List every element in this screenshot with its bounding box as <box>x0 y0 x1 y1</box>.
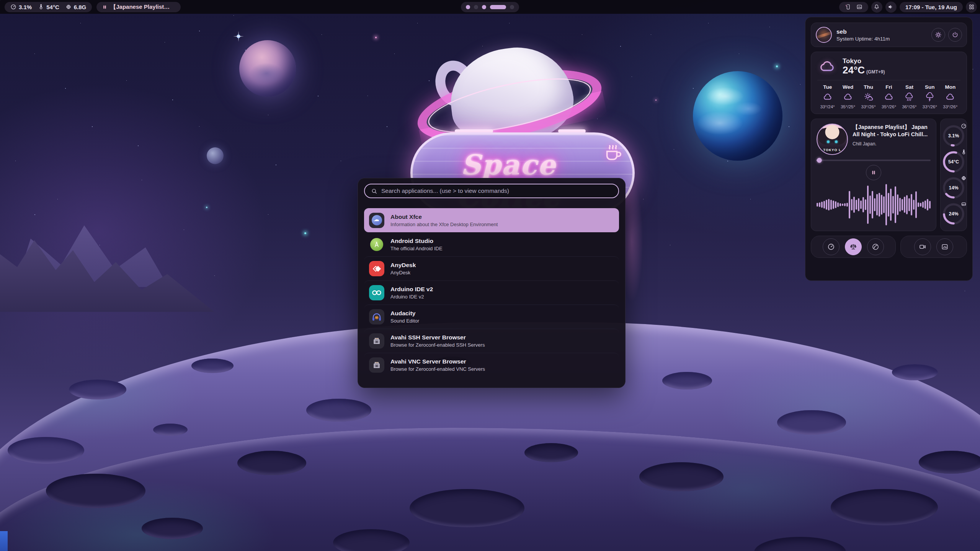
performance-mode-button[interactable] <box>823 238 840 255</box>
waveform-bar <box>904 197 905 213</box>
audacity-logo-icon <box>369 309 384 324</box>
app-description: The official Android IDE <box>390 246 443 251</box>
app-launcher: About Xfce Information about the Xfce De… <box>358 178 626 388</box>
waveform-bar <box>842 204 843 206</box>
app-grid-button[interactable] <box>966 2 977 13</box>
power-saver-mode-button[interactable] <box>867 238 884 255</box>
app-row-android-studio[interactable]: Android Studio The official Android IDE <box>364 232 619 256</box>
workspace-dot[interactable] <box>474 5 478 9</box>
forecast-temps: 35°/25° <box>838 104 858 109</box>
power-profile-selector <box>811 236 896 258</box>
network-port-icon <box>369 333 384 349</box>
volume-button[interactable] <box>885 2 897 13</box>
waveform-bar <box>892 196 894 214</box>
player-progress-knob[interactable] <box>817 158 822 163</box>
app-description: Browse for Zeroconf-enabled SSH Servers <box>390 342 485 348</box>
app-name: Avahi VNC Server Browser <box>390 358 485 365</box>
forecast-temps: 36°/26° <box>899 104 920 109</box>
clock-widget[interactable]: 17:09 - Tue, 19 Aug <box>900 2 963 12</box>
waveform-bar <box>833 201 834 209</box>
forecast-temps: 35°/26° <box>879 104 899 109</box>
wallpaper-icon[interactable] <box>856 4 862 10</box>
workspace-dot[interactable] <box>510 5 514 9</box>
earth-planet <box>693 71 782 161</box>
weather-timezone: (GMT+9) <box>866 69 885 75</box>
forecast-temps: 33°/26° <box>940 104 960 109</box>
quick-tools-widget <box>839 2 868 12</box>
system-stats-widget[interactable]: 3.1% 54°C 6.8G <box>5 2 92 12</box>
small-moon <box>207 147 224 164</box>
workspace-dot[interactable] <box>490 5 506 9</box>
waveform-bar <box>858 198 859 211</box>
capture-tools <box>900 236 967 258</box>
cloudy-icon <box>817 92 838 102</box>
waveform-bar <box>911 194 912 215</box>
waveform-bar <box>883 196 885 213</box>
weather-widget: Tokyo 24°C (GMT+9) Tue Wed Thu Fri Sat S… <box>811 52 967 114</box>
notifications-button[interactable] <box>871 2 882 13</box>
forecast-day: Tue <box>817 84 838 90</box>
waveform-bar <box>867 186 869 224</box>
network-port-icon <box>369 357 384 373</box>
now-playing-widget[interactable]: 【Japanese Playlist】 J... <box>96 2 181 12</box>
weather-city: Tokyo <box>843 57 885 65</box>
weather-cloud-icon <box>817 58 837 75</box>
waveform-bar <box>865 199 866 210</box>
app-row-arduino[interactable]: Arduino IDE v2 Arduino IDE v2 <box>364 280 619 305</box>
workspace-dot[interactable] <box>482 5 486 9</box>
play-pause-button[interactable] <box>866 165 881 180</box>
app-row-audacity[interactable]: Audacity Sound Editor <box>364 305 619 329</box>
forecast-temps: 33°/24° <box>817 104 838 109</box>
waveform-bar <box>874 198 875 211</box>
system-gauges: 3.1% 54°C 14% 24% <box>940 119 967 231</box>
waveform-bar <box>906 195 908 214</box>
waveform-bar <box>902 199 903 210</box>
app-description: Information about the Xfce Desktop Envir… <box>390 222 498 227</box>
cpu-gauge: 3.1% <box>942 124 965 147</box>
android-studio-logo-icon <box>369 237 384 252</box>
app-name: Arduino IDE v2 <box>390 286 433 293</box>
app-row-about-xfce[interactable]: About Xfce Information about the Xfce De… <box>364 208 619 232</box>
waveform-bar <box>862 197 864 212</box>
user-name: seb <box>836 28 890 35</box>
settings-button[interactable] <box>931 28 945 42</box>
clock-text: 17:09 - Tue, 19 Aug <box>905 4 957 10</box>
waveform-bar <box>837 202 839 207</box>
waveform-bar <box>888 193 889 217</box>
waveform-bar <box>828 199 830 210</box>
track-subtitle: Chill Japan. <box>853 141 931 147</box>
chip-icon <box>961 175 967 181</box>
workspace-dot[interactable] <box>466 5 470 9</box>
search-input[interactable] <box>381 187 612 194</box>
dashboard-panel: seb System Uptime: 4h11m Tokyo <box>805 17 973 281</box>
phone-icon[interactable] <box>845 4 851 10</box>
xfce-mouse-icon <box>373 217 381 224</box>
power-icon <box>952 31 959 38</box>
balanced-mode-button[interactable] <box>845 238 862 255</box>
waveform-bar <box>881 195 882 215</box>
screenshot-button[interactable] <box>936 238 953 255</box>
thermometer-icon <box>38 4 44 10</box>
forecast-temps: 33°/26° <box>920 104 940 109</box>
video-camera-icon <box>919 243 926 251</box>
forecast-temps: 33°/26° <box>858 104 879 109</box>
system-uptime: System Uptime: 4h11m <box>836 36 890 42</box>
partly-sunny-icon <box>858 92 879 102</box>
launcher-search[interactable] <box>364 184 619 198</box>
waveform-bar <box>826 200 827 210</box>
app-row-avahi-ssh[interactable]: Avahi SSH Server Browser Browse for Zero… <box>364 329 619 353</box>
waveform-bar <box>897 194 898 215</box>
waveform-bar <box>885 184 887 225</box>
power-button[interactable] <box>948 28 962 42</box>
app-row-avahi-vnc[interactable]: Avahi VNC Server Browser Browse for Zero… <box>364 353 619 377</box>
waveform-bar <box>927 199 928 210</box>
screen-record-button[interactable] <box>914 238 931 255</box>
waveform-bar <box>819 202 820 207</box>
neon-coffee-cup-icon <box>603 142 624 163</box>
app-row-anydesk[interactable]: AnyDesk AnyDesk <box>364 256 619 280</box>
forecast-day: Sun <box>920 84 940 90</box>
player-progress[interactable] <box>817 160 931 161</box>
waveform-bar <box>890 189 892 221</box>
temp-stat: 54°C <box>38 4 59 10</box>
chip-icon <box>65 4 72 10</box>
